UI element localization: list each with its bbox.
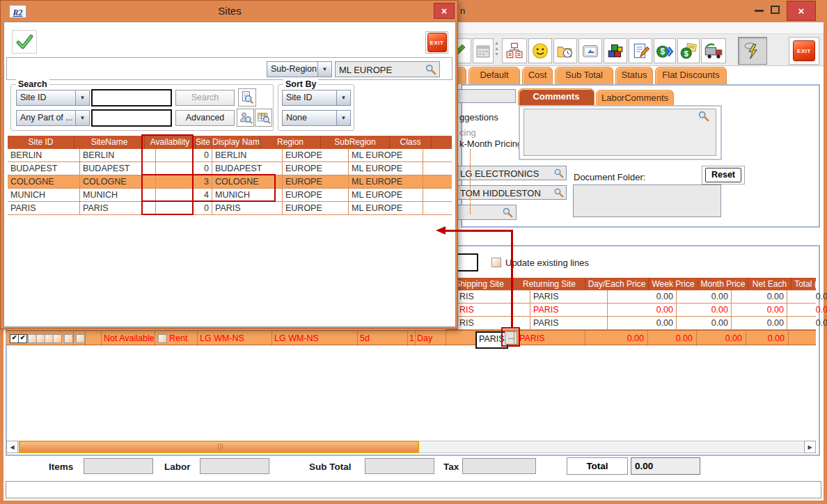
smiley-button[interactable]	[528, 38, 552, 63]
col-total[interactable]: Total (	[791, 278, 820, 290]
dialog-exit-button[interactable]: EXIT	[425, 31, 448, 54]
customer-search-icon[interactable]	[553, 168, 565, 179]
col-week-price[interactable]: Week Price	[649, 278, 698, 290]
site-row-paris[interactable]: PARIS PARIS 0 PARIS EUROPE ML EUROPE	[8, 202, 452, 215]
h-scrollbar-thumb[interactable]	[19, 441, 419, 453]
tax-field	[462, 458, 536, 474]
main-close-button[interactable]: ×	[787, 1, 816, 21]
quick-search-button[interactable]	[238, 88, 256, 107]
status-bar	[6, 481, 821, 498]
partial-field[interactable]	[457, 89, 516, 103]
cube-stack-button[interactable]	[604, 38, 627, 63]
search-button[interactable]: Search	[175, 90, 235, 106]
calendar-spinner[interactable]: ▲▲▼	[494, 40, 500, 61]
col-site-display-name[interactable]: Site Display Name	[196, 136, 260, 149]
subtotal-field	[365, 458, 434, 474]
col-site-id[interactable]: Site ID	[8, 136, 74, 149]
cell-month-price: 0.00	[732, 290, 787, 303]
cell-day-price: 0.00	[608, 304, 677, 316]
notepad-edit-icon	[631, 42, 649, 60]
tab-default[interactable]: Default	[468, 67, 520, 84]
filter-search-icon[interactable]	[425, 63, 437, 76]
col-net-each[interactable]: Net Each	[748, 278, 791, 290]
cell-shipping: RIS	[446, 304, 530, 316]
price-grid-row[interactable]: RIS PARIS 0.00 0.00 0.00 0.00	[446, 304, 816, 317]
main-exit-button[interactable]: EXIT	[789, 37, 819, 65]
cell-shipping: RIS	[446, 290, 530, 303]
comments-search-icon[interactable]	[698, 110, 710, 123]
grid-search-button[interactable]	[255, 109, 272, 127]
filter-field-dropdown[interactable]: Sub-Region▼	[267, 61, 332, 77]
minimize-button[interactable]	[755, 10, 764, 12]
reset-button[interactable]: Reset	[705, 168, 741, 182]
notepad-edit-button[interactable]	[629, 38, 652, 63]
week-price: 0.00	[647, 333, 693, 343]
line-checkbox[interactable]	[53, 334, 62, 343]
col-returning-site[interactable]: Returning Site	[514, 278, 585, 290]
dialog-close-button[interactable]: ×	[434, 3, 455, 19]
delivery-truck-button[interactable]	[701, 38, 726, 63]
person-search-button[interactable]	[237, 109, 254, 127]
lightning-bolt-icon	[743, 41, 762, 61]
col-month-price[interactable]: Month Price	[698, 278, 748, 290]
site-row-berlin[interactable]: BERLIN BERLIN 0 BERLIN EUROPE ML EUROPE	[8, 149, 452, 162]
line-checkbox-checked[interactable]: ✔	[18, 334, 27, 343]
sort-primary-dropdown[interactable]: Site ID▼	[282, 90, 351, 106]
col-class[interactable]: Class	[390, 136, 432, 149]
tab-status[interactable]: Status	[615, 67, 653, 84]
scroll-right-button[interactable]: ▶	[804, 441, 816, 453]
items-label: Items	[49, 462, 73, 472]
scroll-left-button[interactable]: ◀	[6, 441, 18, 453]
tab-flat-discounts[interactable]: Flat Discounts	[655, 67, 727, 84]
match-mode-dropdown[interactable]: Any Part of ...▼	[16, 110, 90, 126]
annotation-selected-rows	[141, 174, 276, 202]
col-region[interactable]: Region	[260, 136, 321, 149]
money-note-button[interactable]	[677, 38, 700, 63]
col-site-name[interactable]: SiteName	[74, 136, 145, 149]
document-folder-area[interactable]	[573, 184, 721, 217]
partial-label-week-month-pricing: k-Month Pricing	[459, 139, 522, 149]
match-text-input[interactable]	[91, 109, 172, 127]
chevron-down-icon: ▼	[76, 110, 90, 126]
tab-sub-total[interactable]: Sub Total	[555, 67, 613, 84]
filter-search-input[interactable]: ML EUROPE	[335, 61, 440, 77]
col-subregion[interactable]: SubRegion	[321, 136, 390, 149]
confirm-button[interactable]	[12, 30, 37, 54]
filter-field-value: Sub-Region	[267, 61, 318, 77]
maximize-button[interactable]	[771, 6, 780, 14]
cell-class	[423, 202, 471, 214]
sort-secondary-dropdown[interactable]: None▼	[282, 110, 351, 126]
keyboard-key-button[interactable]	[578, 38, 602, 63]
org-chart-icon	[505, 42, 523, 60]
green-check-icon	[15, 33, 33, 51]
search-field-value: Site ID	[16, 90, 76, 106]
calendar-icon	[475, 42, 491, 59]
tab-cost[interactable]: Cost	[522, 67, 553, 84]
lightning-button[interactable]	[738, 37, 767, 65]
money-transfer-button[interactable]	[654, 38, 676, 63]
contact-search-icon[interactable]	[553, 187, 565, 198]
main-exit-label: EXIT	[793, 40, 815, 61]
update-lines-checkbox[interactable]	[491, 258, 501, 267]
day-price: 0.00	[585, 333, 644, 343]
calendar-button[interactable]	[473, 38, 494, 63]
tab-comments[interactable]: Comments	[518, 88, 594, 105]
search-groupbox-title: Search	[16, 79, 49, 89]
net-each: 0.00	[746, 333, 785, 343]
cell-net-each: 0.00	[787, 290, 827, 303]
line-checkbox[interactable]	[158, 334, 167, 343]
line-checkbox[interactable]	[64, 334, 73, 343]
search-text-input[interactable]	[91, 89, 172, 107]
advanced-button[interactable]: Advanced	[175, 110, 235, 126]
comments-textarea[interactable]	[523, 109, 716, 156]
search-field-dropdown[interactable]: Site ID▼	[16, 90, 90, 106]
org-chart-button[interactable]	[502, 38, 527, 63]
cell-display-name: PARIS	[212, 202, 283, 214]
col-day-each-price[interactable]: Day/Each Price	[585, 278, 649, 290]
selected-line-row[interactable]: ✔ ✔ Not Available Rent LG WM-NS LG WM-NS…	[6, 330, 816, 345]
price-grid-row[interactable]: RIS PARIS 0.00 0.00 0.00 0.00	[446, 290, 816, 304]
folder-clock-button[interactable]	[553, 38, 577, 63]
line-checkbox[interactable]	[76, 334, 85, 343]
lookup-search-icon[interactable]	[502, 207, 514, 219]
tab-labor-comments[interactable]: LaborComments	[596, 90, 674, 105]
